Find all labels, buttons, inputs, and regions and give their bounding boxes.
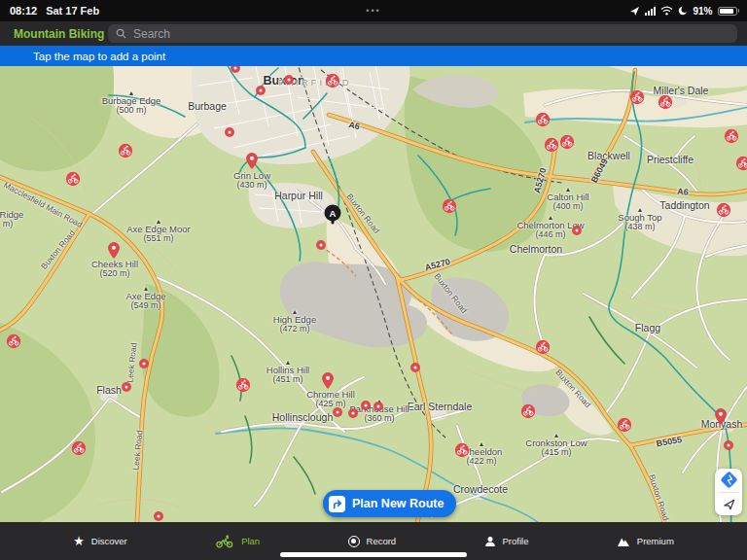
- do-not-disturb-moon-icon: [678, 6, 688, 16]
- app-header: Mountain Biking Search: [0, 21, 747, 46]
- map-marker-dot[interactable]: [155, 512, 163, 521]
- map-marker-dot[interactable]: [123, 383, 131, 392]
- map-style-button[interactable]: [715, 469, 742, 492]
- map-marker-mtb[interactable]: [326, 74, 340, 92]
- record-icon: [348, 536, 360, 547]
- tab-plan-label: Plan: [241, 536, 260, 546]
- map-marker-dot[interactable]: [362, 402, 371, 410]
- mountain-icon: [617, 536, 630, 547]
- star-icon: ★: [73, 535, 85, 547]
- map-marker-dot[interactable]: [573, 227, 582, 235]
- banner-text: Tap the map to add a point: [33, 51, 165, 62]
- map-marker-pin[interactable]: [322, 372, 334, 393]
- map-marker-dot[interactable]: [725, 441, 733, 450]
- map-marker-mtb[interactable]: [521, 404, 536, 423]
- app-title: Mountain Biking: [14, 27, 104, 41]
- map-marker-pin[interactable]: [715, 408, 727, 429]
- map-marker-mtb[interactable]: [119, 144, 133, 162]
- map-marker-dot[interactable]: [374, 402, 383, 411]
- location-arrow-icon: [722, 497, 736, 511]
- map-marker-dot[interactable]: [140, 360, 149, 368]
- tab-discover-label: Discover: [91, 536, 127, 546]
- map-base-art: [0, 0, 747, 560]
- tab-record-label: Record: [367, 536, 397, 546]
- map-marker-mtb[interactable]: [725, 129, 739, 148]
- map-marker-dot[interactable]: [285, 76, 294, 85]
- map-controls: [715, 469, 742, 515]
- map-marker-mtb[interactable]: [72, 441, 87, 460]
- home-indicator[interactable]: [280, 552, 467, 557]
- person-icon: [484, 536, 496, 547]
- map-marker-mtb[interactable]: [236, 378, 251, 397]
- tab-profile-label: Profile: [503, 536, 529, 546]
- map-marker-mtb[interactable]: [630, 90, 645, 109]
- route-arrow-icon: [329, 496, 345, 512]
- map-marker-dot[interactable]: [226, 128, 234, 137]
- map-marker-mtb[interactable]: [736, 157, 747, 175]
- tab-premium[interactable]: Premium: [617, 536, 674, 547]
- tab-record[interactable]: Record: [348, 536, 397, 547]
- tab-discover[interactable]: ★ Discover: [73, 535, 127, 547]
- app-logo: Mountain Biking: [0, 26, 102, 41]
- map-marker-dot[interactable]: [349, 409, 358, 418]
- map-marker-dot[interactable]: [257, 87, 266, 95]
- map-marker-dot[interactable]: [411, 364, 420, 372]
- instruction-banner: Tap the map to add a point: [0, 46, 747, 66]
- map-marker-pin[interactable]: [246, 153, 258, 173]
- map-marker-dot[interactable]: [317, 241, 326, 250]
- plan-new-route-button[interactable]: Plan New Route: [323, 490, 456, 517]
- tab-plan[interactable]: Plan: [215, 535, 260, 548]
- search-icon: [116, 28, 126, 39]
- map-marker-pin[interactable]: [108, 242, 120, 262]
- cellular-signal-icon: [645, 7, 656, 16]
- location-services-icon: [629, 6, 640, 17]
- tab-profile[interactable]: Profile: [484, 536, 529, 547]
- route-point-a-marker[interactable]: A: [325, 205, 341, 222]
- locate-me-button[interactable]: [715, 493, 742, 516]
- bike-icon: [215, 535, 234, 548]
- map-marker-dot[interactable]: [334, 408, 342, 417]
- map-marker-mtb[interactable]: [443, 199, 457, 218]
- status-bar: 08:12 Sat 17 Feb ••• 91%: [0, 0, 747, 21]
- tab-premium-label: Premium: [637, 536, 674, 546]
- wifi-icon: [660, 6, 673, 16]
- plan-new-route-label: Plan New Route: [352, 497, 444, 510]
- map-marker-mtb[interactable]: [545, 138, 559, 157]
- map-canvas[interactable]: BuxtonFAIRFIELDBurbageHarpur HillMiller'…: [0, 0, 747, 560]
- mountain-biking-app: BuxtonFAIRFIELDBurbageHarpur HillMiller'…: [0, 0, 747, 560]
- map-marker-mtb[interactable]: [7, 334, 21, 353]
- map-marker-mtb[interactable]: [560, 135, 575, 154]
- map-marker-mtb[interactable]: [618, 418, 632, 437]
- route-layer-diamond-icon: [720, 472, 737, 489]
- battery-percent: 91%: [693, 6, 712, 17]
- map-marker-mtb[interactable]: [66, 172, 81, 191]
- map-marker-mtb[interactable]: [536, 340, 551, 359]
- map-marker-mtb[interactable]: [717, 203, 731, 222]
- battery-icon: [718, 7, 737, 16]
- map-marker-mtb[interactable]: [455, 443, 470, 462]
- map-marker-mtb[interactable]: [536, 113, 551, 131]
- map-marker-mtb[interactable]: [658, 95, 673, 114]
- search-placeholder: Search: [133, 27, 170, 41]
- search-input[interactable]: Search: [108, 24, 737, 43]
